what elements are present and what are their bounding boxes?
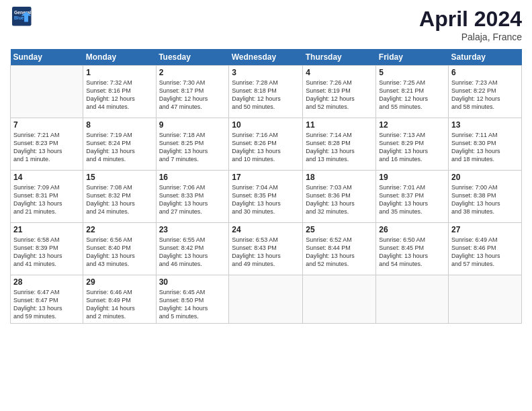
day-info: Sunrise: 7:30 AM Sunset: 8:17 PM Dayligh… [159, 79, 226, 111]
day-number: 28 [13, 277, 80, 287]
day-number: 29 [86, 277, 152, 287]
calendar-day: 18Sunrise: 7:03 AM Sunset: 8:36 PM Dayli… [303, 171, 376, 223]
calendar-week-1: 1Sunrise: 7:32 AM Sunset: 8:16 PM Daylig… [11, 66, 522, 118]
day-number: 7 [13, 120, 80, 130]
day-info: Sunrise: 6:56 AM Sunset: 8:40 PM Dayligh… [86, 236, 152, 269]
header-row: Sunday Monday Tuesday Wednesday Thursday… [11, 49, 522, 66]
calendar-week-4: 21Sunrise: 6:58 AM Sunset: 8:39 PM Dayli… [11, 223, 522, 275]
day-number: 25 [306, 225, 373, 234]
calendar-day: 13Sunrise: 7:11 AM Sunset: 8:30 PM Dayli… [449, 118, 522, 171]
day-info: Sunrise: 6:55 AM Sunset: 8:42 PM Dayligh… [159, 236, 226, 269]
location: Palaja, France [419, 32, 522, 42]
page-header: General Blue April 2024 Palaja, France [10, 7, 522, 42]
day-number: 12 [379, 120, 445, 130]
day-number: 10 [232, 120, 300, 130]
day-info: Sunrise: 6:58 AM Sunset: 8:39 PM Dayligh… [13, 236, 80, 269]
calendar-day: 17Sunrise: 7:04 AM Sunset: 8:35 PM Dayli… [229, 171, 303, 223]
day-number: 14 [13, 173, 80, 182]
calendar-day: 23Sunrise: 6:55 AM Sunset: 8:42 PM Dayli… [156, 223, 229, 275]
day-info: Sunrise: 6:50 AM Sunset: 8:45 PM Dayligh… [379, 236, 445, 269]
calendar-day: 20Sunrise: 7:00 AM Sunset: 8:38 PM Dayli… [449, 171, 522, 223]
day-number: 3 [232, 68, 300, 77]
day-number: 19 [379, 173, 445, 182]
calendar-day: 4Sunrise: 7:26 AM Sunset: 8:19 PM Daylig… [303, 66, 376, 118]
day-info: Sunrise: 6:46 AM Sunset: 8:49 PM Dayligh… [86, 288, 152, 321]
day-info: Sunrise: 6:45 AM Sunset: 8:50 PM Dayligh… [159, 288, 226, 321]
day-info: Sunrise: 7:16 AM Sunset: 8:26 PM Dayligh… [232, 131, 300, 164]
day-info: Sunrise: 7:25 AM Sunset: 8:21 PM Dayligh… [379, 79, 445, 111]
calendar-day: 21Sunrise: 6:58 AM Sunset: 8:39 PM Dayli… [11, 223, 83, 275]
calendar-day: 5Sunrise: 7:25 AM Sunset: 8:21 PM Daylig… [376, 66, 449, 118]
day-number: 9 [159, 120, 226, 130]
day-info: Sunrise: 7:19 AM Sunset: 8:24 PM Dayligh… [86, 131, 152, 164]
day-number: 8 [86, 120, 152, 130]
day-info: Sunrise: 7:32 AM Sunset: 8:16 PM Dayligh… [86, 79, 152, 111]
col-tuesday: Tuesday [156, 49, 229, 66]
day-number: 15 [86, 173, 152, 182]
calendar-day: 16Sunrise: 7:06 AM Sunset: 8:33 PM Dayli… [156, 171, 229, 223]
day-number: 6 [451, 68, 519, 77]
day-info: Sunrise: 7:23 AM Sunset: 8:22 PM Dayligh… [451, 79, 519, 111]
day-info: Sunrise: 7:14 AM Sunset: 8:28 PM Dayligh… [306, 131, 373, 164]
main-container: General Blue April 2024 Palaja, France S… [0, 0, 532, 330]
day-info: Sunrise: 7:03 AM Sunset: 8:36 PM Dayligh… [306, 183, 373, 216]
calendar-day: 3Sunrise: 7:28 AM Sunset: 8:18 PM Daylig… [229, 66, 303, 118]
calendar-day: 1Sunrise: 7:32 AM Sunset: 8:16 PM Daylig… [83, 66, 156, 118]
calendar-day: 24Sunrise: 6:53 AM Sunset: 8:43 PM Dayli… [229, 223, 303, 275]
calendar-day [229, 275, 303, 324]
day-info: Sunrise: 7:09 AM Sunset: 8:31 PM Dayligh… [13, 183, 80, 216]
calendar-day: 26Sunrise: 6:50 AM Sunset: 8:45 PM Dayli… [376, 223, 449, 275]
day-info: Sunrise: 7:01 AM Sunset: 8:37 PM Dayligh… [379, 183, 445, 216]
day-number: 21 [13, 225, 80, 234]
day-number: 17 [232, 173, 300, 182]
calendar-day: 6Sunrise: 7:23 AM Sunset: 8:22 PM Daylig… [449, 66, 522, 118]
col-thursday: Thursday [303, 49, 376, 66]
calendar-day [449, 275, 522, 324]
calendar-table: Sunday Monday Tuesday Wednesday Thursday… [10, 49, 522, 324]
calendar-day: 19Sunrise: 7:01 AM Sunset: 8:37 PM Dayli… [376, 171, 449, 223]
calendar-day: 12Sunrise: 7:13 AM Sunset: 8:29 PM Dayli… [376, 118, 449, 171]
calendar-day [11, 66, 83, 118]
col-friday: Friday [376, 49, 449, 66]
day-number: 24 [232, 225, 300, 234]
calendar-day: 10Sunrise: 7:16 AM Sunset: 8:26 PM Dayli… [229, 118, 303, 171]
day-info: Sunrise: 6:47 AM Sunset: 8:47 PM Dayligh… [13, 288, 80, 321]
day-info: Sunrise: 7:11 AM Sunset: 8:30 PM Dayligh… [451, 131, 519, 164]
day-info: Sunrise: 6:52 AM Sunset: 8:44 PM Dayligh… [306, 236, 373, 269]
calendar-day [303, 275, 376, 324]
day-number: 20 [451, 173, 519, 182]
day-info: Sunrise: 7:00 AM Sunset: 8:38 PM Dayligh… [451, 183, 519, 216]
day-info: Sunrise: 7:06 AM Sunset: 8:33 PM Dayligh… [159, 183, 226, 216]
title-area: April 2024 Palaja, France [419, 7, 522, 42]
calendar-day: 28Sunrise: 6:47 AM Sunset: 8:47 PM Dayli… [11, 275, 83, 324]
month-title: April 2024 [419, 7, 522, 32]
day-info: Sunrise: 7:04 AM Sunset: 8:35 PM Dayligh… [232, 183, 300, 216]
calendar-day: 27Sunrise: 6:49 AM Sunset: 8:46 PM Dayli… [449, 223, 522, 275]
col-monday: Monday [83, 49, 156, 66]
calendar-day: 2Sunrise: 7:30 AM Sunset: 8:17 PM Daylig… [156, 66, 229, 118]
day-number: 2 [159, 68, 226, 77]
day-info: Sunrise: 6:53 AM Sunset: 8:43 PM Dayligh… [232, 236, 300, 269]
day-info: Sunrise: 6:49 AM Sunset: 8:46 PM Dayligh… [451, 236, 519, 269]
calendar-day: 15Sunrise: 7:08 AM Sunset: 8:32 PM Dayli… [83, 171, 156, 223]
day-info: Sunrise: 7:28 AM Sunset: 8:18 PM Dayligh… [232, 79, 300, 111]
calendar-day: 7Sunrise: 7:21 AM Sunset: 8:23 PM Daylig… [11, 118, 83, 171]
day-number: 18 [306, 173, 373, 182]
col-saturday: Saturday [449, 49, 522, 66]
calendar-day: 30Sunrise: 6:45 AM Sunset: 8:50 PM Dayli… [156, 275, 229, 324]
calendar-week-2: 7Sunrise: 7:21 AM Sunset: 8:23 PM Daylig… [11, 118, 522, 171]
day-number: 13 [451, 120, 519, 130]
logo: General Blue [10, 7, 32, 27]
day-number: 27 [451, 225, 519, 234]
day-number: 22 [86, 225, 152, 234]
calendar-week-5: 28Sunrise: 6:47 AM Sunset: 8:47 PM Dayli… [11, 275, 522, 324]
day-info: Sunrise: 7:21 AM Sunset: 8:23 PM Dayligh… [13, 131, 80, 164]
logo-icon: General Blue [12, 7, 32, 27]
day-info: Sunrise: 7:13 AM Sunset: 8:29 PM Dayligh… [379, 131, 445, 164]
calendar-day [376, 275, 449, 324]
day-number: 11 [306, 120, 373, 130]
calendar-day: 9Sunrise: 7:18 AM Sunset: 8:25 PM Daylig… [156, 118, 229, 171]
calendar-day: 11Sunrise: 7:14 AM Sunset: 8:28 PM Dayli… [303, 118, 376, 171]
day-number: 1 [86, 68, 152, 77]
svg-text:Blue: Blue [14, 15, 24, 20]
